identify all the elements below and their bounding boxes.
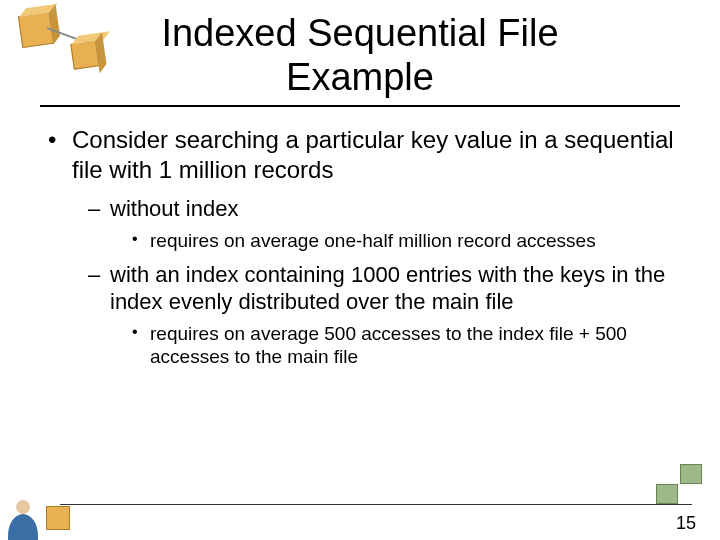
bullet-text: requires on average 500 accesses to the …: [150, 323, 627, 368]
title-underline: [40, 105, 680, 107]
cube-icon: [680, 464, 702, 484]
cube-icon: [656, 484, 678, 504]
title-line-2: Example: [286, 56, 434, 98]
title-line-1: Indexed Sequential File: [161, 12, 558, 54]
bullet-text: without index: [110, 196, 238, 221]
page-number: 15: [676, 513, 696, 534]
slide-footer: 15: [0, 480, 720, 540]
footer-divider: [60, 504, 692, 505]
corner-graphic-bottom-right: [652, 464, 702, 504]
bullet-text: requires on average one-half million rec…: [150, 230, 596, 251]
cube-icon: [46, 506, 70, 530]
person-icon: [8, 514, 38, 540]
bullet-text: with an index containing 1000 entries wi…: [110, 262, 665, 315]
bullet-level2: without index requires on average one-ha…: [88, 195, 692, 252]
cube-icon: [70, 40, 99, 69]
bullet-level3: requires on average 500 accesses to the …: [132, 322, 692, 370]
bullet-level3: requires on average one-half million rec…: [132, 229, 692, 253]
corner-graphic-top: [16, 8, 116, 78]
bullet-level2: with an index containing 1000 entries wi…: [88, 261, 692, 370]
bullet-text: Consider searching a particular key valu…: [72, 126, 674, 183]
bullet-level1: Consider searching a particular key valu…: [48, 125, 692, 369]
corner-graphic-bottom-left: [2, 490, 82, 540]
slide-body: Consider searching a particular key valu…: [0, 125, 720, 369]
